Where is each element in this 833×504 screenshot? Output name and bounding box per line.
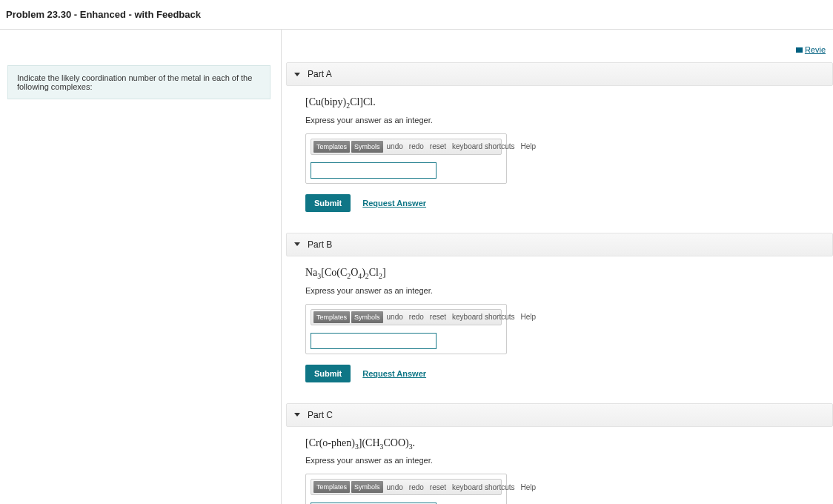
- reset-button[interactable]: reset: [428, 142, 448, 150]
- symbols-button[interactable]: Symbols: [351, 311, 383, 323]
- instruction-b: Express your answer as an integer.: [305, 286, 833, 295]
- part-label: Part B: [308, 239, 332, 250]
- part-label: Part A: [308, 69, 332, 79]
- request-answer-link-b[interactable]: Request Answer: [362, 369, 426, 378]
- help-button[interactable]: Help: [519, 483, 539, 491]
- redo-button[interactable]: redo: [407, 142, 426, 150]
- left-pane: Indicate the likely coordination number …: [0, 30, 282, 504]
- keyboard-shortcuts-button[interactable]: keyboard shortcuts: [450, 483, 517, 491]
- help-button[interactable]: Help: [519, 142, 539, 150]
- part-header-c[interactable]: Part C: [286, 403, 833, 427]
- undo-button[interactable]: undo: [385, 313, 405, 321]
- templates-button[interactable]: Templates: [313, 141, 350, 153]
- answer-box-c: Templates Symbols undo redo reset keyboa…: [305, 474, 507, 504]
- part-a: Part A [Cu(bipy)2Cl]Cl. Express your ans…: [301, 62, 833, 212]
- intro-text: Indicate the likely coordination number …: [7, 65, 271, 99]
- part-b: Part B Na3[Co(C2O4)2Cl2] Express your an…: [301, 233, 833, 382]
- submit-button-b[interactable]: Submit: [305, 365, 351, 382]
- templates-button[interactable]: Templates: [313, 481, 350, 493]
- toolbar-c: Templates Symbols undo redo reset keyboa…: [311, 479, 502, 495]
- answer-input-b[interactable]: [311, 333, 437, 349]
- page-title: Problem 23.30 - Enhanced - with Feedback: [0, 0, 833, 29]
- instruction-c: Express your answer as an integer.: [305, 456, 833, 465]
- formula-b: Na3[Co(C2O4)2Cl2]: [305, 267, 833, 280]
- formula-a: [Cu(bipy)2Cl]Cl.: [305, 96, 833, 110]
- undo-button[interactable]: undo: [385, 142, 405, 150]
- review-link[interactable]: Revie: [805, 45, 826, 54]
- redo-button[interactable]: redo: [407, 483, 426, 491]
- help-button[interactable]: Help: [519, 313, 539, 321]
- instruction-a: Express your answer as an integer.: [305, 116, 833, 125]
- formula-c: [Cr(o-phen)3](CH3COO)3.: [305, 437, 833, 451]
- right-pane: Revie Part A [Cu(bipy)2Cl]Cl. Express yo…: [282, 30, 833, 504]
- part-header-b[interactable]: Part B: [286, 233, 833, 256]
- request-answer-link-a[interactable]: Request Answer: [362, 199, 426, 208]
- templates-button[interactable]: Templates: [313, 311, 350, 323]
- toolbar-a: Templates Symbols undo redo reset keyboa…: [311, 139, 502, 155]
- chevron-down-icon: [294, 413, 300, 417]
- chevron-down-icon: [294, 73, 300, 76]
- redo-button[interactable]: redo: [407, 313, 426, 321]
- flag-icon: [796, 47, 803, 53]
- submit-button-a[interactable]: Submit: [305, 194, 351, 212]
- part-c: Part C [Cr(o-phen)3](CH3COO)3. Express y…: [301, 403, 833, 504]
- symbols-button[interactable]: Symbols: [351, 481, 383, 493]
- reset-button[interactable]: reset: [428, 313, 448, 321]
- toolbar-b: Templates Symbols undo redo reset keyboa…: [311, 309, 502, 325]
- answer-input-a[interactable]: [311, 162, 437, 179]
- keyboard-shortcuts-button[interactable]: keyboard shortcuts: [450, 313, 517, 321]
- answer-box-a: Templates Symbols undo redo reset keyboa…: [305, 133, 507, 184]
- keyboard-shortcuts-button[interactable]: keyboard shortcuts: [450, 142, 517, 150]
- undo-button[interactable]: undo: [385, 483, 405, 491]
- reset-button[interactable]: reset: [428, 483, 448, 491]
- answer-box-b: Templates Symbols undo redo reset keyboa…: [305, 304, 507, 354]
- chevron-down-icon: [294, 242, 300, 246]
- part-header-a[interactable]: Part A: [286, 62, 833, 86]
- part-label: Part C: [308, 410, 333, 420]
- symbols-button[interactable]: Symbols: [351, 141, 383, 153]
